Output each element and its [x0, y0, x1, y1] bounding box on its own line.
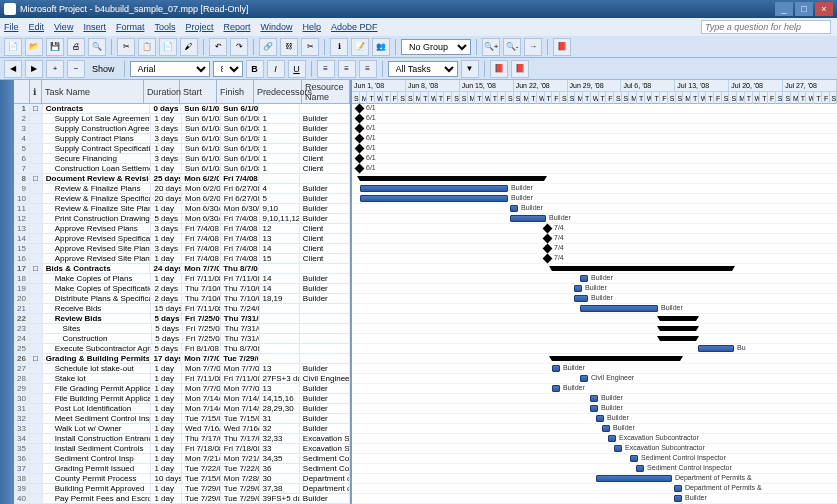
table-row[interactable]: 24Construction5 daysFri 7/25/08Thu 7/31/…: [14, 334, 350, 344]
table-row[interactable]: 36Sediment Control Insp1 dayMon 7/21/08M…: [14, 454, 350, 464]
gantt-bar[interactable]: [543, 224, 553, 234]
cut-button[interactable]: ✂: [117, 38, 135, 56]
gantt-bar[interactable]: [636, 465, 644, 472]
align-right-button[interactable]: ≡: [359, 60, 377, 78]
table-row[interactable]: 27Schedule lot stake-out1 dayMon 7/7/08M…: [14, 364, 350, 374]
gantt-bar[interactable]: [355, 164, 365, 174]
gantt-bar[interactable]: [510, 205, 518, 212]
table-row[interactable]: 8□Document Review & Revision25 daysMon 6…: [14, 174, 350, 184]
help-search-input[interactable]: [701, 20, 831, 34]
table-row[interactable]: 1□Contracts0 daysSun 6/1/08Sun 6/1/08: [14, 104, 350, 114]
gantt-bar[interactable]: [355, 144, 365, 154]
fontsize-select[interactable]: 8: [213, 61, 243, 77]
table-row[interactable]: 20Distribute Plans & Specifications2 day…: [14, 294, 350, 304]
zoom-out-button[interactable]: 🔍-: [503, 38, 521, 56]
menu-insert[interactable]: Insert: [83, 22, 106, 32]
gantt-chart[interactable]: Jun 1, '08Jun 8, '08Jun 15, '08Jun 22, '…: [352, 80, 837, 504]
save-button[interactable]: 💾: [46, 38, 64, 56]
table-row[interactable]: 22Review Bids5 daysFri 7/25/08Thu 7/31/0…: [14, 314, 350, 324]
gantt-bar[interactable]: [355, 114, 365, 124]
font-select[interactable]: Arial: [130, 61, 210, 77]
paste-button[interactable]: 📄: [159, 38, 177, 56]
pdf2-button[interactable]: 📕: [490, 60, 508, 78]
gantt-bar[interactable]: [674, 485, 682, 492]
gantt-bar[interactable]: [590, 405, 598, 412]
notes-button[interactable]: 📝: [351, 38, 369, 56]
gantt-bar[interactable]: [510, 215, 546, 222]
align-left-button[interactable]: ≡: [317, 60, 335, 78]
gantt-bar[interactable]: [552, 365, 560, 372]
gantt-bar[interactable]: [660, 316, 696, 321]
italic-button[interactable]: I: [267, 60, 285, 78]
table-row[interactable]: 21Receive Bids15 daysFri 7/11/08Thu 7/24…: [14, 304, 350, 314]
menu-edit[interactable]: Edit: [29, 22, 45, 32]
gantt-bar[interactable]: [608, 435, 616, 442]
menu-adobepdf[interactable]: Adobe PDF: [331, 22, 378, 32]
table-row[interactable]: 11Review & Finalize Site Plan1 dayMon 6/…: [14, 204, 350, 214]
group-select[interactable]: No Group: [401, 39, 471, 55]
menu-format[interactable]: Format: [116, 22, 145, 32]
table-row[interactable]: 34Install Construction Entrance1 dayThu …: [14, 434, 350, 444]
pdf3-button[interactable]: 📕: [511, 60, 529, 78]
split-button[interactable]: ✂: [301, 38, 319, 56]
gantt-bar[interactable]: [596, 415, 604, 422]
table-row[interactable]: 2Supply Lot Sale Agreement1 daySun 6/1/0…: [14, 114, 350, 124]
copy-button[interactable]: 📋: [138, 38, 156, 56]
gantt-bar[interactable]: [355, 134, 365, 144]
col-finish[interactable]: Finish: [217, 80, 254, 103]
table-row[interactable]: 38County Permit Process10 daysTue 7/15/0…: [14, 474, 350, 484]
bold-button[interactable]: B: [246, 60, 264, 78]
gantt-bar[interactable]: [552, 356, 680, 361]
table-row[interactable]: 26□Grading & Building Permits17 daysMon …: [14, 354, 350, 364]
align-center-button[interactable]: ≡: [338, 60, 356, 78]
gantt-bar[interactable]: [552, 266, 732, 271]
menu-window[interactable]: Window: [260, 22, 292, 32]
gantt-bar[interactable]: [360, 195, 508, 202]
gantt-bar[interactable]: [552, 385, 560, 392]
table-row[interactable]: 30File Building Permit Application1 dayM…: [14, 394, 350, 404]
minimize-button[interactable]: _: [775, 2, 793, 16]
gantt-bar[interactable]: [355, 124, 365, 134]
table-row[interactable]: 19Make Copies of Specifications2 daysThu…: [14, 284, 350, 294]
gantt-bar[interactable]: [355, 104, 365, 114]
gantt-bar[interactable]: [596, 475, 672, 482]
menu-tools[interactable]: Tools: [154, 22, 175, 32]
table-row[interactable]: 14Approve Revised Specifications1 dayFri…: [14, 234, 350, 244]
indent-button[interactable]: ▶: [25, 60, 43, 78]
gantt-bar[interactable]: [543, 254, 553, 264]
table-row[interactable]: 35Install Sediment Controls1 dayFri 7/18…: [14, 444, 350, 454]
preview-button[interactable]: 🔍: [88, 38, 106, 56]
col-resource[interactable]: Resource Name: [302, 80, 350, 103]
table-row[interactable]: 12Print Construction Drawings5 daysMon 6…: [14, 214, 350, 224]
menu-help[interactable]: Help: [302, 22, 321, 32]
gantt-bar[interactable]: [543, 244, 553, 254]
menu-file[interactable]: File: [4, 22, 19, 32]
table-row[interactable]: 17□Bids & Contracts24 daysMon 7/7/08Thu …: [14, 264, 350, 274]
print-button[interactable]: 🖨: [67, 38, 85, 56]
open-button[interactable]: 📂: [25, 38, 43, 56]
col-predecessors[interactable]: Predecessors: [254, 80, 302, 103]
gantt-bar[interactable]: [660, 336, 696, 341]
table-row[interactable]: 13Approve Revised Plans3 daysFri 7/4/08F…: [14, 224, 350, 234]
gantt-bar[interactable]: [580, 375, 588, 382]
gantt-bar[interactable]: [674, 495, 682, 502]
table-row[interactable]: 10Review & Finalize Specifications20 day…: [14, 194, 350, 204]
format-painter-button[interactable]: 🖌: [180, 38, 198, 56]
unlink-button[interactable]: ⛓: [280, 38, 298, 56]
outdent-button[interactable]: ◀: [4, 60, 22, 78]
menu-report[interactable]: Report: [223, 22, 250, 32]
gantt-bar[interactable]: [355, 154, 365, 164]
col-start[interactable]: Start: [180, 80, 217, 103]
info-button[interactable]: ℹ: [330, 38, 348, 56]
menu-project[interactable]: Project: [185, 22, 213, 32]
gantt-bar[interactable]: [660, 326, 696, 331]
gantt-bar[interactable]: [360, 185, 508, 192]
table-row[interactable]: 9Review & Finalize Plans20 daysMon 6/2/0…: [14, 184, 350, 194]
hide-button[interactable]: −: [67, 60, 85, 78]
gantt-bar[interactable]: [580, 275, 588, 282]
table-row[interactable]: 16Approve Revised Site Plan1 dayFri 7/4/…: [14, 254, 350, 264]
table-row[interactable]: 18Make Copies of Plans1 dayFri 7/11/08Fr…: [14, 274, 350, 284]
table-row[interactable]: 37Grading Permit Issued1 dayTue 7/22/08T…: [14, 464, 350, 474]
close-button[interactable]: ×: [815, 2, 833, 16]
autofilter-button[interactable]: ▼: [461, 60, 479, 78]
